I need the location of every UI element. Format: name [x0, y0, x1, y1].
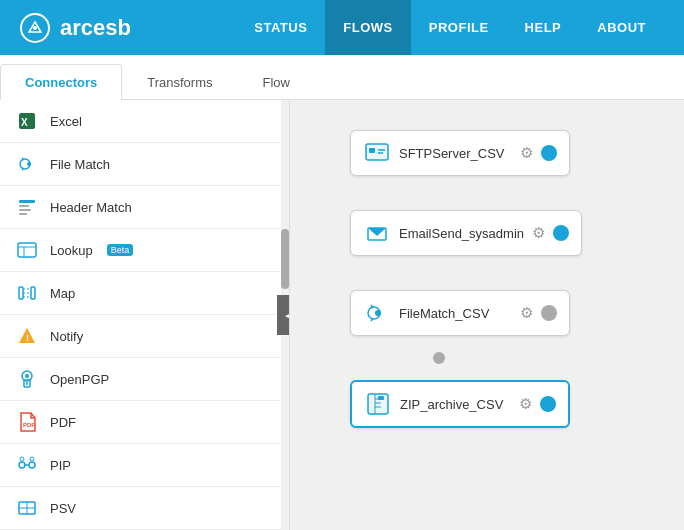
logo-svg	[27, 20, 43, 36]
sftp-icon	[363, 139, 391, 167]
flow-node-zip[interactable]: ZIP_archive_CSV ⚙	[350, 380, 570, 428]
logo-icon	[20, 13, 50, 43]
sidebar-item-lookup-label: Lookup	[50, 243, 93, 258]
logo-text: arcesb	[60, 15, 131, 41]
svg-point-4	[27, 162, 31, 166]
sidebar-item-excel-label: Excel	[50, 114, 82, 129]
node-sftp-dot	[541, 145, 557, 161]
svg-text:!: !	[26, 333, 29, 343]
map-icon	[16, 282, 38, 304]
node-sftp-label: SFTPServer_CSV	[399, 146, 512, 161]
svg-point-31	[30, 457, 34, 461]
svg-rect-9	[19, 209, 31, 211]
svg-rect-11	[18, 243, 36, 257]
pip-icon	[16, 454, 38, 476]
sidebar-item-notify-label: Notify	[50, 329, 83, 344]
sidebar-item-psv[interactable]: PSV	[0, 487, 289, 530]
pdf-icon: PDF	[16, 411, 38, 433]
scrollbar-thumb[interactable]	[281, 229, 289, 289]
tab-transforms[interactable]: Transforms	[122, 64, 237, 100]
nav-flows[interactable]: FLOWS	[325, 0, 410, 55]
node-email-label: EmailSend_sysadmin	[399, 226, 524, 241]
openpgp-icon	[16, 368, 38, 390]
email-icon	[363, 219, 391, 247]
top-navigation: arcesb STATUS FLOWS PROFILE HELP ABOUT	[0, 0, 684, 55]
nav-about[interactable]: ABOUT	[579, 0, 664, 55]
svg-point-28	[29, 462, 35, 468]
flow-node-email[interactable]: EmailSend_sysadmin ⚙	[350, 210, 582, 256]
sidebar-item-psv-label: PSV	[50, 501, 76, 516]
flow-canvas[interactable]: SFTPServer_CSV ⚙ EmailSend_sysadmin ⚙	[290, 100, 684, 530]
flow-node-sftp[interactable]: SFTPServer_CSV ⚙	[350, 130, 570, 176]
sidebar-item-filematch-label: File Match	[50, 157, 110, 172]
sidebar-item-openpgp-label: OpenPGP	[50, 372, 109, 387]
svg-rect-36	[369, 148, 375, 153]
collapse-sidebar-button[interactable]: ◀	[277, 295, 290, 335]
node-zip-dot	[540, 396, 556, 412]
svg-point-0	[33, 26, 37, 30]
sidebar-item-notify[interactable]: ! Notify	[0, 315, 289, 358]
svg-point-27	[19, 462, 25, 468]
sidebar-item-headermatch[interactable]: Header Match	[0, 186, 289, 229]
svg-rect-7	[19, 200, 35, 203]
flow-node-filematch[interactable]: FileMatch_CSV ⚙	[350, 290, 570, 336]
tab-bar: Connectors Transforms Flow	[0, 55, 684, 100]
node-sftp-gear[interactable]: ⚙	[520, 144, 533, 162]
sidebar-item-headermatch-label: Header Match	[50, 200, 132, 215]
sidebar-item-pdf-label: PDF	[50, 415, 76, 430]
tab-flow[interactable]: Flow	[237, 64, 314, 100]
svg-rect-15	[31, 287, 35, 299]
logo: arcesb	[20, 13, 131, 43]
filematch-icon	[16, 153, 38, 175]
sidebar-item-pip[interactable]: PIP	[0, 444, 289, 487]
sidebar-item-pip-label: PIP	[50, 458, 71, 473]
headermatch-icon	[16, 196, 38, 218]
node-email-gear[interactable]: ⚙	[532, 224, 545, 242]
svg-rect-8	[19, 205, 29, 207]
zip-icon	[364, 390, 392, 418]
node-filematch-dot	[541, 305, 557, 321]
nav-links: STATUS FLOWS PROFILE HELP ABOUT	[236, 0, 664, 55]
node-zip-label: ZIP_archive_CSV	[400, 397, 511, 412]
node-zip-gear[interactable]: ⚙	[519, 395, 532, 413]
node-filematch-label: FileMatch_CSV	[399, 306, 512, 321]
sidebar-item-map[interactable]: Map	[0, 272, 289, 315]
nav-help[interactable]: HELP	[507, 0, 580, 55]
lookup-icon	[16, 239, 38, 261]
node-email-dot	[553, 225, 569, 241]
svg-text:X: X	[21, 117, 28, 128]
notify-icon: !	[16, 325, 38, 347]
excel-icon: X	[16, 110, 38, 132]
connection-dot	[433, 352, 445, 364]
beta-badge: Beta	[107, 244, 134, 256]
sidebar-item-map-label: Map	[50, 286, 75, 301]
sidebar-item-excel[interactable]: X Excel	[0, 100, 289, 143]
svg-text:PDF: PDF	[23, 422, 35, 428]
psv-icon	[16, 497, 38, 519]
svg-point-42	[375, 310, 381, 316]
sidebar: X Excel File Match	[0, 100, 290, 530]
svg-rect-14	[19, 287, 23, 299]
main-area: X Excel File Match	[0, 100, 684, 530]
node-filematch-gear[interactable]: ⚙	[520, 304, 533, 322]
sidebar-item-lookup[interactable]: Lookup Beta	[0, 229, 289, 272]
nav-status[interactable]: STATUS	[236, 0, 325, 55]
svg-point-30	[20, 457, 24, 461]
filematch-node-icon	[363, 299, 391, 327]
svg-point-22	[25, 374, 29, 378]
svg-rect-50	[378, 396, 384, 400]
svg-marker-39	[368, 228, 386, 236]
tab-connectors[interactable]: Connectors	[0, 64, 122, 100]
sidebar-item-pdf[interactable]: PDF PDF	[0, 401, 289, 444]
svg-rect-10	[19, 213, 27, 215]
nav-profile[interactable]: PROFILE	[411, 0, 507, 55]
sidebar-item-filematch[interactable]: File Match	[0, 143, 289, 186]
sidebar-item-openpgp[interactable]: OpenPGP	[0, 358, 289, 401]
